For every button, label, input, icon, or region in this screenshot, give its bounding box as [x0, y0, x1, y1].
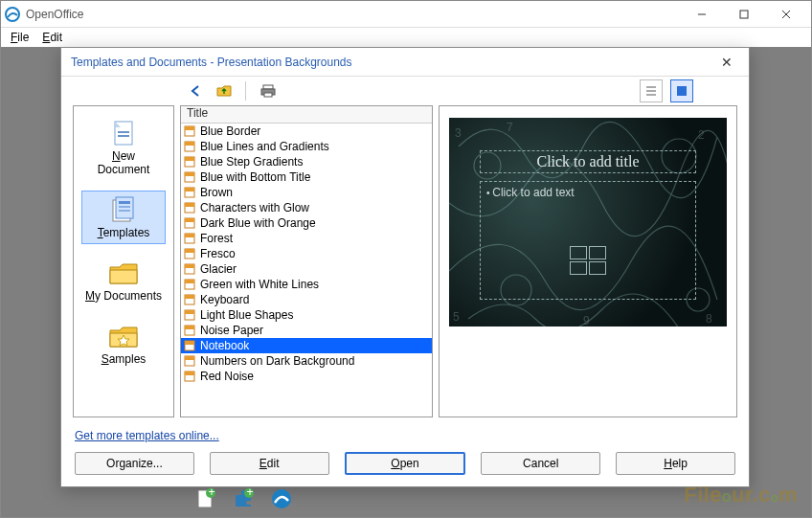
template-file-icon	[183, 263, 196, 275]
list-item-label: Green with White Lines	[200, 278, 319, 291]
list-item-label: Keyboard	[200, 293, 249, 306]
template-file-icon	[183, 141, 196, 152]
minimize-button[interactable]	[681, 1, 723, 28]
window-buttons	[681, 1, 807, 28]
insert-table-icon	[570, 246, 587, 259]
nav-label: Samples	[102, 352, 147, 366]
folder-star-icon	[106, 322, 141, 350]
dialog-body: New DocumentTemplatesMy DocumentsSamples…	[61, 105, 749, 423]
doc-icon	[106, 119, 141, 147]
nav-item-templates[interactable]: Templates	[81, 191, 166, 244]
help-button[interactable]: Help	[616, 452, 735, 475]
list-item[interactable]: Blue Lines and Gradients	[181, 139, 432, 154]
template-file-icon	[183, 187, 196, 198]
edit-button[interactable]: Edit	[210, 452, 329, 475]
view-details-button[interactable]	[640, 79, 663, 102]
list-item[interactable]: Blue with Bottom Title	[181, 169, 432, 185]
nav-label: New Document	[84, 149, 163, 176]
list-item[interactable]: Light Blue Shapes	[181, 307, 432, 323]
dialog-close-button[interactable]: ✕	[714, 55, 739, 70]
svg-text:+: +	[209, 487, 215, 499]
list-item[interactable]: Glacier	[181, 261, 432, 277]
list-item[interactable]: Forest	[181, 231, 432, 246]
svg-rect-32	[185, 203, 194, 207]
cancel-button[interactable]: Cancel	[481, 452, 600, 475]
template-file-icon	[183, 202, 196, 214]
svg-rect-38	[185, 249, 194, 253]
svg-rect-7	[264, 93, 272, 97]
up-folder-button[interactable]	[213, 79, 236, 102]
list-item[interactable]: Numbers on Dark Background	[181, 353, 432, 369]
svg-rect-36	[185, 234, 194, 237]
back-button[interactable]	[184, 79, 207, 102]
more-templates-link[interactable]: Get more templates online...	[75, 429, 219, 442]
slide-title-placeholder: Click to add title	[480, 150, 696, 173]
list-item[interactable]: Brown	[181, 185, 432, 200]
list-item-label: Noise Paper	[200, 324, 263, 337]
svg-rect-40	[185, 264, 194, 268]
list-item[interactable]: Red Noise	[181, 369, 432, 384]
list-item[interactable]: Dark Blue with Orange	[181, 215, 432, 231]
extension-icon[interactable]: +	[231, 486, 256, 511]
menubar: File Edit	[1, 28, 811, 47]
list-item[interactable]: Green with White Lines	[181, 277, 432, 292]
nav-item-new-document[interactable]: New Document	[81, 114, 166, 181]
templates-dialog: Templates and Documents - Presentation B…	[60, 47, 750, 487]
list-body[interactable]: Blue BorderBlue Lines and GradientsBlue …	[181, 124, 432, 417]
list-item[interactable]: Notebook	[181, 338, 432, 353]
svg-rect-5	[263, 85, 273, 89]
svg-rect-14	[118, 135, 129, 137]
list-item[interactable]: Characters with Glow	[181, 200, 432, 215]
maximize-button[interactable]	[723, 1, 765, 28]
svg-rect-30	[185, 188, 194, 191]
svg-text:5: 5	[453, 310, 460, 324]
list-item-label: Blue Border	[200, 124, 260, 138]
view-preview-button[interactable]	[670, 79, 693, 102]
svg-rect-34	[185, 218, 194, 222]
open-button[interactable]: Open	[345, 452, 466, 475]
list-item[interactable]: Blue Border	[181, 124, 432, 139]
menu-edit[interactable]: Edit	[36, 29, 68, 46]
svg-rect-22	[185, 126, 194, 130]
list-item-label: Characters with Glow	[200, 201, 309, 214]
openoffice-icon[interactable]	[269, 486, 294, 511]
list-item-label: Notebook	[200, 339, 249, 352]
template-file-icon	[183, 279, 196, 290]
toolbar-separator	[245, 81, 247, 101]
dialog-button-row: Organize... Edit Open Cancel Help	[61, 444, 749, 486]
organize-button[interactable]: Organize...	[75, 452, 194, 475]
template-icon	[106, 195, 141, 224]
template-file-icon	[183, 171, 196, 183]
dialog-title: Templates and Documents - Presentation B…	[71, 56, 714, 69]
svg-rect-26	[185, 157, 194, 161]
close-button[interactable]	[765, 1, 807, 28]
list-item-label: Fresco	[200, 247, 236, 260]
template-file-icon	[183, 233, 196, 244]
svg-rect-2	[740, 11, 748, 18]
watermark: FileOur.com	[684, 483, 798, 507]
svg-rect-17	[119, 201, 130, 204]
nav-item-samples[interactable]: Samples	[81, 317, 166, 371]
app-title: OpenOffice	[26, 8, 681, 21]
insert-chart-icon	[589, 246, 606, 259]
new-doc-icon[interactable]: +	[192, 486, 217, 511]
svg-text:3: 3	[455, 126, 462, 140]
insert-movie-icon	[589, 261, 606, 275]
template-file-icon	[183, 294, 196, 305]
list-item[interactable]: Keyboard	[181, 292, 432, 307]
list-item[interactable]: Blue Step Gradients	[181, 154, 432, 169]
list-item-label: Numbers on Dark Background	[200, 354, 354, 368]
list-header-title[interactable]: Title	[181, 106, 432, 124]
template-file-icon	[183, 217, 196, 229]
nav-item-my-documents[interactable]: My Documents	[81, 254, 166, 307]
list-item[interactable]: Fresco	[181, 246, 432, 261]
svg-text:7: 7	[507, 121, 513, 134]
menu-file[interactable]: File	[5, 29, 34, 46]
svg-rect-52	[185, 356, 194, 360]
template-list: Title Blue BorderBlue Lines and Gradient…	[180, 105, 433, 417]
svg-rect-11	[677, 86, 687, 96]
template-file-icon	[183, 309, 196, 321]
svg-rect-48	[185, 326, 194, 329]
print-button[interactable]	[257, 79, 280, 102]
list-item[interactable]: Noise Paper	[181, 323, 432, 338]
